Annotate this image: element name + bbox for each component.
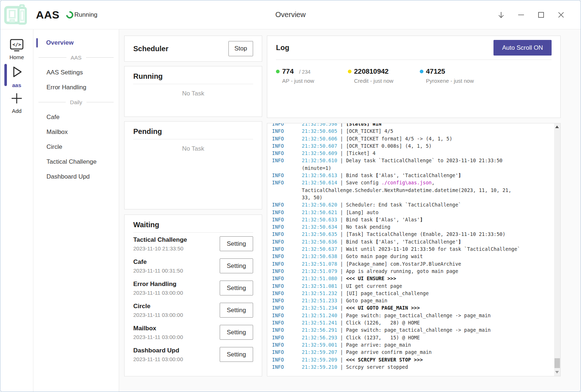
log-separator: | [337,158,346,163]
nav-item[interactable]: Error Handling [33,80,119,95]
log-entry: 21:32:50.610 | Delay task `TacticalChall… [302,157,551,172]
task-setting-button[interactable]: Setting [220,325,253,340]
scrollbar-thumb[interactable] [554,358,560,368]
log-entry: 21:32:50.620 | Scheduler: End task `Tact… [302,201,551,208]
waiting-task-name: Error Handling [133,281,183,288]
task-setting-button[interactable]: Setting [220,281,253,295]
log-entry: 21:32:51.078 | [Package_name] com.Yostar… [302,260,551,268]
log-entry: 21:32:50.636 | Bind task ['Alas', 'Tacti… [302,238,551,245]
log-timestamp: 21:32:56.293 [302,335,337,340]
main-area: </> Home aas Add [0,29,581,392]
log-level: INFO [272,304,302,311]
log-line: INFO21:32:51.241 | Click (1226, 28) @ HO… [272,319,560,326]
log-timestamp: 21:32:50.610 [302,158,337,163]
nav-item[interactable]: Dashboard Upd [33,169,119,184]
rail-item[interactable]: </> Home [0,36,33,63]
log-entry: 21:32:50.598 | [Status] WIN [302,123,551,127]
log-level: INFO [272,230,302,238]
log-entry: 21:32:50.609 | [Ticket] 4 [302,150,551,157]
log-console[interactable]: INFO21:32:50.598 | [Status] WIN INFO21:3… [267,123,561,376]
scrollbar-up-arrow-icon[interactable] [555,126,559,128]
scheduler-column: Scheduler Stop Running No Task Pending N… [124,36,262,376]
dashboard-stat: 774 / 234 AP - just now [276,68,348,84]
task-setting-button[interactable]: Setting [220,347,253,362]
waiting-title: Waiting [133,221,253,233]
log-separator: | [337,342,346,348]
log-separator: | [337,357,346,363]
stat-label: Credit - just now [354,78,393,84]
log-message: Bind task ['Alas', 'TacticalChallenge'] [346,172,461,178]
log-entry: 21:32:59.207 | Page arrive confirm page_… [302,348,551,356]
log-separator: | [337,349,346,355]
nav-item[interactable]: Cafe [33,110,119,124]
waiting-task-info: Dashboard Upd 2023-11-11 03:00:00 [133,347,183,362]
stop-button[interactable]: Stop [228,41,253,56]
rail-item-label: Add [12,108,22,114]
minimize-button[interactable] [517,11,525,19]
log-separator: | [337,313,346,318]
log-timestamp: 21:32:50.633 [302,217,337,222]
log-line: INFO21:32:50.613 | Bind task ['Alas', 'T… [272,172,560,179]
nav-item-active[interactable]: Overview [33,35,119,50]
log-separator: | [337,143,346,149]
log-timestamp: 21:32:50.634 [302,224,337,230]
scrollbar-down-arrow-icon[interactable] [555,371,559,373]
dashboard-stats: 774 / 234 AP - just now 220810942 Credit… [276,60,552,84]
rail-item[interactable]: aas [0,63,33,89]
log-timestamp: 21:32:50.607 [302,143,337,149]
log-message: [OCR_TICKET format] 4/5 -> (4, 1, 5) [346,136,452,142]
log-entry: 21:32:51.080 | <<< UI ENSURE >>> [302,275,551,282]
log-separator: | [337,253,346,259]
scheduler-title: Scheduler [133,45,168,53]
stat-suffix: / 234 [299,69,314,75]
log-level: INFO [272,282,302,290]
log-message: No task pending [346,224,390,230]
pending-title: Pending [133,127,253,139]
nav-item[interactable]: Tactical Challenge [33,154,119,169]
log-level: INFO [272,135,302,142]
log-separator: | [337,298,346,303]
log-level: INFO [272,150,302,157]
log-timestamp: 21:32:50.637 [302,246,337,252]
dashboard-stat: 220810942 Credit - just now [348,68,420,84]
nav-item[interactable]: Circle [33,139,119,154]
log-level: INFO [272,142,302,150]
log-entry: 21:32:56.291 | Page switch: page_tactica… [302,326,551,334]
log-separator: | [337,275,346,281]
nav-item[interactable]: Mailbox [33,124,119,139]
log-timestamp: 21:32:50.620 [302,202,337,208]
log-line: INFO21:32:51.078 | [Package_name] com.Yo… [272,260,560,268]
nav-item[interactable]: AAS Settings [33,65,119,80]
close-button[interactable] [557,11,565,19]
log-level: INFO [272,312,302,319]
log-separator: | [337,268,346,274]
log-message: Bind task ['Alas', 'Alas'] [346,217,423,222]
waiting-task-row: Dashboard Upd 2023-11-11 03:00:00 Settin… [133,343,253,366]
log-level: INFO [272,123,302,127]
update-download-button[interactable] [497,11,505,19]
task-setting-button[interactable]: Setting [220,236,253,251]
waiting-task-next-run: 2023-11-11 03:00:00 [133,334,183,340]
running-empty-text: No Task [133,90,253,97]
log-level: INFO [272,223,302,230]
task-setting-button[interactable]: Setting [220,258,253,273]
log-entry: 21:32:56.293 | Click (1237, 15) @ HOME [302,334,551,341]
log-timestamp: 21:32:51.234 [302,305,337,311]
log-entry: 21:32:50.607 | [OCR_TICKET 0.008s] (4, 1… [302,142,551,150]
waiting-task-next-run: 2023-11-11 03:00:00 [133,290,183,296]
log-level: INFO [272,209,302,216]
log-scrollbar[interactable] [554,123,560,376]
log-line: INFO21:32:59.207 | Page arrive confirm p… [272,348,560,356]
log-timestamp: 21:32:50.636 [302,239,337,245]
rail-item[interactable]: Add [0,89,33,116]
waiting-task-next-run: 2023-11-11 03:00:00 [133,356,183,362]
waiting-task-row: Circle 2023-11-11 03:00:00 Setting [133,299,253,321]
waiting-task-name: Cafe [133,258,183,266]
log-message: Scheduler: End task `TacticalChallenge` [346,202,461,208]
task-setting-button[interactable]: Setting [220,303,253,318]
log-level: INFO [272,157,302,172]
auto-scroll-toggle[interactable]: Auto Scroll ON [493,40,552,56]
log-line: INFO21:32:50.638 | Goto main page during… [272,253,560,260]
maximize-button[interactable] [537,11,545,19]
log-separator: | [337,231,346,237]
